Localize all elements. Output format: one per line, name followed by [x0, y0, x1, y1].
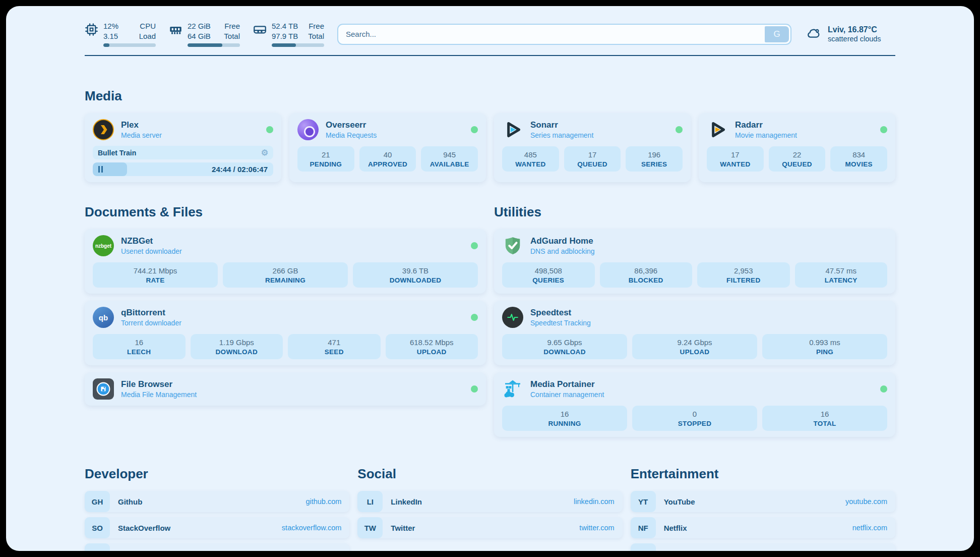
radarr-icon — [707, 119, 728, 140]
stat-queued: 17 QUEUED — [564, 146, 621, 172]
bookmark-github[interactable]: GH Github github.com — [85, 491, 349, 512]
weather-location-temp: Lviv, 16.87°C — [828, 25, 881, 34]
app-title: qBittorrent — [121, 308, 181, 318]
app-card-adguard[interactable]: AdGuard Home DNS and adblocking 498,508 … — [494, 229, 895, 294]
section-title-documents: Documents & Files — [85, 204, 486, 220]
stat-upload: 9.24 Gbps UPLOAD — [632, 334, 757, 359]
search-engine-button[interactable]: G — [765, 26, 789, 42]
app-title: Plex — [121, 120, 162, 130]
top-bar: 12% 3.15 CPU Load — [85, 21, 895, 47]
app-subtitle: Media Requests — [326, 131, 377, 139]
ram-stat-group: 22 GiB 64 GiB Free Total — [169, 21, 240, 47]
app-card-filebrowser[interactable]: File Browser Media File Management — [85, 372, 486, 406]
app-card-qbittorrent[interactable]: qb qBittorrent Torrent downloader 16 LEE… — [85, 301, 486, 365]
bookmark-name: StackOverflow — [118, 524, 170, 532]
section-title-developer: Developer — [85, 466, 349, 482]
status-dot — [471, 126, 478, 133]
status-dot — [471, 314, 478, 321]
stat-latency: 47.57 ms LATENCY — [795, 262, 888, 288]
bookmark-netflix[interactable]: NF Netflix netflix.com — [631, 517, 895, 538]
sonarr-icon — [502, 119, 523, 140]
stat-approved: 40 APPROVED — [359, 146, 416, 172]
app-title: NZBGet — [121, 236, 182, 246]
stat-total: 16 TOTAL — [762, 406, 887, 431]
app-title: Radarr — [735, 120, 797, 130]
stat-wanted: 17 WANTED — [707, 146, 764, 172]
status-dot — [266, 126, 273, 133]
filebrowser-icon — [93, 378, 114, 400]
ram-total-value: 64 GiB — [188, 31, 211, 41]
app-card-nzbget[interactable]: nzbget NZBGet Usenet downloader 744.21 M… — [85, 229, 486, 294]
bookmark-abbr: LI — [357, 491, 383, 512]
stat-series: 196 SERIES — [626, 146, 683, 172]
gear-icon[interactable]: ⚙ — [261, 149, 268, 157]
ram-free-value: 22 GiB — [188, 21, 211, 31]
section-title-entertainment: Entertainment — [631, 466, 895, 482]
app-card-radarr[interactable]: Radarr Movie management 17 WANTED 22 QUE… — [699, 113, 895, 182]
stat-available: 945 AVAILABLE — [421, 146, 478, 172]
app-card-plex[interactable]: Plex Media server Bullet Train ⚙ 24:44 /… — [85, 113, 281, 182]
bookmark-abbr: TW — [357, 517, 383, 538]
bookmark-abbr: SO — [85, 517, 110, 538]
disk-total-value: 97.9 TB — [272, 31, 298, 41]
bookmark-url: stackoverflow.com — [282, 524, 349, 532]
stat-ping: 0.993 ms PING — [762, 334, 887, 359]
bookmark-reddit[interactable]: RE Reddit reddit.com — [631, 543, 895, 551]
app-subtitle: Media File Management — [121, 391, 197, 399]
pause-icon — [98, 166, 103, 173]
stat-pending: 21 PENDING — [297, 146, 354, 172]
weather-condition: scattered clouds — [828, 35, 881, 43]
app-card-speedtest[interactable]: Speedtest Speedtest Tracking 9.65 Gbps D… — [494, 301, 895, 365]
ram-progress-bar — [188, 43, 240, 47]
bookmark-stackoverflow[interactable]: SO StackOverflow stackoverflow.com — [85, 517, 349, 538]
now-playing-title-row: Bullet Train ⚙ — [93, 146, 273, 159]
app-card-overseerr[interactable]: Overseerr Media Requests 21 PENDING 40 A… — [289, 113, 486, 182]
adguard-icon — [502, 235, 523, 256]
stat-queued: 22 QUEUED — [769, 146, 826, 172]
ram-free-label: Free — [224, 21, 240, 31]
app-title: File Browser — [121, 379, 197, 389]
app-title: Speedtest — [530, 308, 591, 318]
stat-blocked: 86,396 BLOCKED — [600, 262, 693, 288]
cpu-usage-value: 12% — [103, 21, 118, 31]
bookmark-twitter[interactable]: TW Twitter twitter.com — [357, 517, 622, 538]
app-subtitle: Media server — [121, 131, 162, 139]
ram-icon — [169, 23, 182, 38]
bookmark-url: netflix.com — [852, 524, 895, 532]
stat-leech: 16 LEECH — [93, 334, 186, 359]
app-card-sonarr[interactable]: Sonarr Series management 485 WANTED 17 Q… — [494, 113, 691, 182]
stat-remaining: 266 GB REMAINING — [223, 262, 348, 288]
cpu-label: CPU — [139, 21, 156, 31]
section-title-social: Social — [357, 466, 622, 482]
stat-download: 9.65 Gbps DOWNLOAD — [502, 334, 627, 359]
weather-widget: Lviv, 16.87°C scattered clouds — [805, 25, 895, 43]
bookmark-dev[interactable]: DT DEV dev.to — [85, 543, 349, 551]
bookmark-url: twitter.com — [579, 524, 622, 532]
stat-running: 16 RUNNING — [502, 406, 627, 431]
app-subtitle: Container management — [530, 391, 604, 399]
bookmark-name: DEV — [118, 550, 134, 551]
stat-downloaded: 39.6 TB DOWNLOADED — [353, 262, 478, 288]
app-card-portainer[interactable]: Media Portainer Container management 16 … — [494, 372, 895, 437]
bookmark-name: Netflix — [664, 524, 687, 532]
stat-download: 1.19 Gbps DOWNLOAD — [191, 334, 283, 359]
bookmark-youtube[interactable]: YT YouTube youtube.com — [631, 491, 895, 512]
bookmark-linkedin[interactable]: LI LinkedIn linkedin.com — [357, 491, 622, 512]
section-title-media: Media — [85, 88, 895, 104]
disk-icon — [253, 23, 267, 38]
disk-total-label: Total — [308, 31, 324, 41]
app-title: AdGuard Home — [530, 236, 595, 246]
plex-icon — [93, 119, 114, 140]
stat-queries: 498,508 QUERIES — [502, 262, 595, 288]
header-divider — [85, 55, 895, 56]
stat-movies: 834 MOVIES — [830, 146, 887, 172]
app-subtitle: Usenet downloader — [121, 247, 182, 255]
now-playing-title: Bullet Train — [98, 149, 136, 157]
search-input[interactable] — [340, 26, 765, 42]
bookmark-url: youtube.com — [845, 497, 895, 506]
app-subtitle: Speedtest Tracking — [530, 319, 591, 327]
status-dot — [880, 126, 887, 133]
stat-stopped: 0 STOPPED — [632, 406, 757, 431]
bookmark-abbr: NF — [631, 517, 656, 538]
overseerr-icon — [297, 119, 319, 140]
